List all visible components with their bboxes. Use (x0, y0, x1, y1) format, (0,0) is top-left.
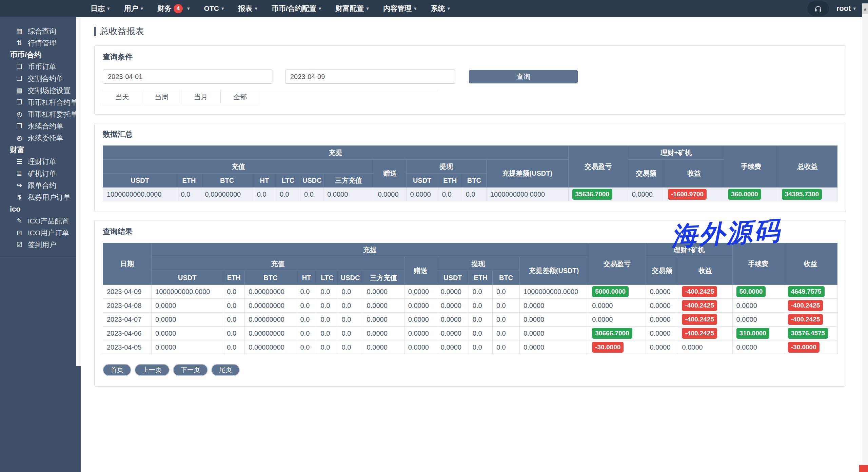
nav-item[interactable]: 财务4▾ (150, 0, 197, 17)
sidebar-item-label: 私募用户订单 (28, 193, 71, 202)
sidebar-item[interactable]: ☰理财订单 (0, 156, 76, 168)
table-cell: 0.00000000 (245, 340, 296, 354)
user-menu[interactable]: root ▾ (836, 4, 856, 13)
value-badge-red: -400.2425 (682, 300, 717, 311)
date-from-input[interactable] (103, 70, 273, 84)
table-cell: 0.0000 (363, 313, 404, 327)
table-cell: 0.0 (223, 299, 245, 313)
sidebar-item[interactable]: ⊡ICO用户订单 (0, 227, 76, 239)
table-cell: 0.0 (223, 327, 245, 340)
sidebar-item[interactable]: ❐币币杠杆合约单 (0, 96, 76, 108)
sidebar-item-label: ICO产品配置 (28, 216, 69, 226)
table-cell: 1000000000.0000 (103, 188, 177, 201)
col-header: HT (296, 271, 317, 285)
table-cell: 0.0 (276, 188, 300, 201)
sidebar-item[interactable]: ◴币币杠杆委托单 (0, 108, 76, 120)
col-header: 收益 (784, 243, 837, 285)
table-cell: 0.0000 (588, 313, 646, 327)
col-header: 充值 (152, 257, 405, 271)
table-cell: 0.0 (462, 188, 486, 201)
nav-item[interactable]: 内容管理▾ (376, 0, 424, 17)
summary-panel: 数据汇总 充提 交易盈亏 理财+矿机 手续费 总收益 充值 赠送 (94, 123, 846, 212)
results-table: 日期 充提 交易盈亏 理财+矿机 手续费 收益 充值 赠送 提现 充提差额(US… (103, 243, 837, 354)
sidebar-item[interactable]: ❏币币订单 (0, 61, 76, 73)
sidebar-item-label: ICO用户订单 (28, 228, 69, 238)
table-cell: 0.0000 (404, 340, 437, 354)
sidebar-item-label: 理财订单 (28, 157, 56, 166)
col-header: HT (253, 174, 276, 188)
table-cell: 0.0000 (519, 327, 588, 340)
sidebar-item-label: 币币杠杆委托单 (28, 110, 78, 119)
sidebar-item[interactable]: ❐永续合约单 (0, 120, 76, 132)
table-cell: 0.0 (338, 299, 363, 313)
quick-tab[interactable]: 全部 (221, 90, 260, 104)
scroll-up-arrow[interactable]: ▲ (862, 3, 868, 14)
table-cell: -30.0000 (784, 340, 837, 354)
sidebar-item[interactable]: ≣矿机订单 (0, 168, 76, 179)
sidebar-item[interactable]: ⇅行情管理 (0, 37, 76, 49)
value-badge-green: 5000.0000 (592, 286, 629, 297)
nav-item[interactable]: 日志▾ (83, 0, 117, 17)
sidebar-item-label: 签到用户 (28, 240, 56, 250)
col-header: USDC (300, 174, 323, 188)
sidebar-item[interactable]: ↪跟单合约 (0, 179, 76, 191)
table-cell: 0.0000 (646, 313, 678, 327)
page-scrollbar[interactable]: ▲ (862, 0, 868, 472)
table-cell: 0.0 (492, 299, 519, 313)
sidebar-scrollbar[interactable] (76, 17, 81, 366)
pagination-button[interactable]: 首页 (103, 364, 131, 376)
table-cell: 0.0000 (646, 340, 678, 354)
sidebar-item[interactable]: ✎ICO产品配置 (0, 215, 76, 227)
table-cell: 0.0 (317, 327, 338, 340)
grid-icon: ▦ (15, 27, 24, 35)
sidebar-item[interactable]: ▤交割场控设置 (0, 84, 76, 96)
table-cell: 0.0 (223, 340, 245, 354)
table-cell: 0.0000 (646, 285, 678, 299)
nav-item-label: 财富配置 (335, 4, 364, 13)
col-header: 理财+矿机 (628, 146, 724, 160)
table-cell: 1000000000.0000 (519, 285, 588, 299)
sidebar-item[interactable]: ◴永续委托单 (0, 132, 76, 144)
pagination-button[interactable]: 上一页 (135, 364, 170, 376)
pagination-button[interactable]: 尾页 (211, 364, 240, 376)
pagination-button[interactable]: 下一页 (173, 364, 208, 376)
nav-item[interactable]: OTC▾ (197, 0, 231, 17)
table-cell: 0.0000 (646, 327, 678, 340)
nav-item-label: 日志 (91, 4, 105, 13)
support-button[interactable] (807, 1, 829, 16)
table-cell: 0.0 (296, 313, 317, 327)
col-header: ETH (223, 271, 245, 285)
table-cell: 0.0000 (437, 340, 469, 354)
caret-down-icon: ▾ (187, 5, 190, 12)
table-cell: 0.0 (469, 285, 492, 299)
nav-item[interactable]: 财富配置▾ (328, 0, 376, 17)
quick-tab[interactable]: 当周 (142, 90, 181, 104)
sidebar-item-label: 跟单合约 (28, 181, 56, 190)
sidebar-item[interactable]: ☑签到用户 (0, 239, 76, 251)
nav-item[interactable]: 报表▾ (231, 0, 264, 17)
table-cell: 0.0 (469, 313, 492, 327)
table-cell: 0.0000 (323, 188, 374, 201)
quick-tab[interactable]: 当月 (181, 90, 221, 104)
value-badge-green: 50.0000 (736, 286, 766, 297)
sidebar-item[interactable]: $私募用户订单 (0, 191, 76, 203)
table-row: 2023-04-060.00000.00.000000000.00.00.00.… (103, 327, 837, 340)
value-badge-green: 35636.7000 (572, 189, 612, 200)
sidebar-item[interactable]: ▦综合查询 (0, 25, 76, 37)
value-badge-green: 34395.7300 (782, 189, 822, 200)
table-cell: 35636.7000 (568, 188, 628, 201)
search-button[interactable]: 查询 (469, 70, 578, 83)
summary-table: 充提 交易盈亏 理财+矿机 手续费 总收益 充值 赠送 提现 充提差额(USDT… (103, 145, 837, 201)
col-header: 交易额 (628, 160, 664, 188)
nav-item[interactable]: 用户▾ (117, 0, 151, 17)
table-cell: 0.0 (338, 340, 363, 354)
date-to-input[interactable] (285, 70, 455, 84)
table-cell: 0.0000 (519, 340, 588, 354)
table-cell: -400.2425 (784, 299, 837, 313)
value-badge-red: -1600.9700 (668, 189, 707, 200)
table-cell: 0.0000 (404, 327, 437, 340)
nav-item[interactable]: 系统▾ (423, 0, 457, 17)
quick-tab[interactable]: 当天 (103, 90, 142, 104)
sidebar-item[interactable]: ❏交割合约单 (0, 73, 76, 84)
nav-item[interactable]: 币币/合约配置▾ (264, 0, 328, 17)
